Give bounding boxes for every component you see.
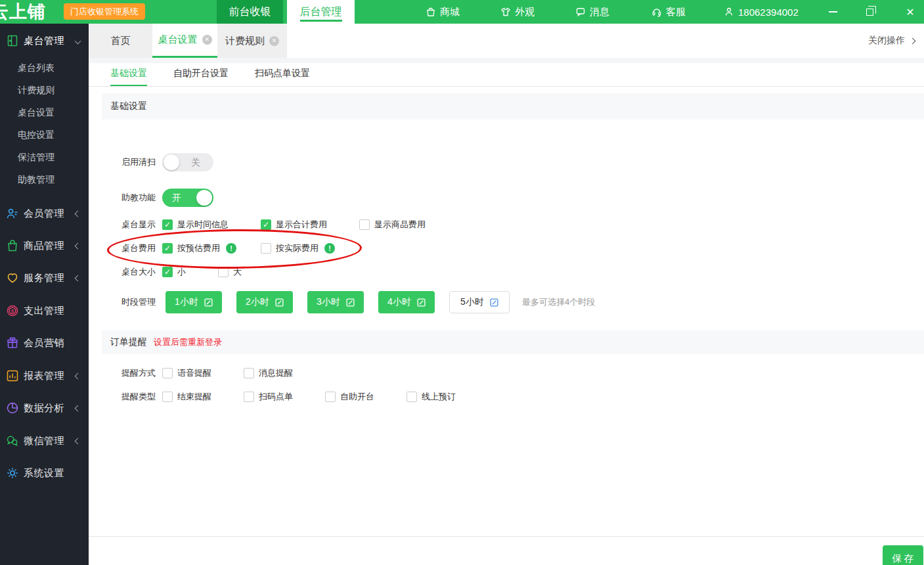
checkbox[interactable] [162, 243, 173, 254]
sidebar-subitem-table-list[interactable]: 桌台列表 [0, 56, 89, 79]
checkbox-size-large[interactable]: 大 [218, 266, 242, 278]
sidebar-item-data-analysis[interactable]: 数据分析 [0, 396, 89, 420]
topbar-mall-link[interactable]: 商城 [426, 0, 460, 24]
checkbox-message-reminder[interactable]: 消息提醒 [244, 367, 293, 379]
sidebar-item-system-settings[interactable]: 系统设置 [0, 461, 89, 485]
tab-close-icon[interactable]: ✕ [269, 36, 279, 46]
checkbox[interactable] [218, 267, 229, 277]
checkbox[interactable] [261, 243, 271, 254]
app-logo: 云上铺 [0, 0, 46, 24]
checkbox-estimated-fee[interactable]: 按预估费用 ! [162, 242, 236, 254]
sidebar-item-report-management[interactable]: 报表管理 [0, 364, 89, 388]
system-badge: 门店收银管理系统 [64, 3, 145, 20]
sidebar-item-label: 报表管理 [24, 370, 64, 382]
checkbox[interactable] [407, 392, 417, 402]
sidebar-subitem-electric-control[interactable]: 电控设置 [0, 124, 89, 146]
close-operations-button[interactable]: 关闭操作 [868, 24, 915, 58]
checkbox[interactable] [244, 368, 254, 378]
checkbox-online-booking[interactable]: 线上预订 [407, 391, 456, 403]
checkbox[interactable] [261, 219, 271, 230]
nav-back-office[interactable]: 后台管理 [287, 0, 355, 24]
row-label: 桌台显示 [121, 219, 156, 231]
slot-button-1h[interactable]: 1小时 [165, 291, 222, 313]
checkbox[interactable] [244, 392, 254, 402]
wechat-icon [6, 434, 19, 447]
topbar-support-link[interactable]: 客服 [651, 0, 686, 24]
checkbox-show-total-fee[interactable]: 显示合计费用 [261, 219, 327, 231]
sidebar-item-expense-management[interactable]: $ 支出管理 [0, 299, 89, 323]
sidebar-item-member-marketing[interactable]: 会员营销 [0, 331, 89, 355]
close-icon: ✕ [906, 6, 914, 18]
window-restore-button[interactable] [860, 0, 879, 24]
subtab-self-open-settings[interactable]: 自助开台设置 [173, 68, 229, 86]
sidebar-subitem-billing-rules[interactable]: 计费规则 [0, 79, 89, 101]
section-warning-note: 设置后需重新登录 [154, 336, 222, 348]
message-icon [575, 7, 586, 17]
appearance-icon [500, 7, 511, 17]
cleaning-toggle[interactable]: 关 [162, 153, 213, 171]
save-button[interactable]: 保存 [883, 545, 923, 565]
row-label: 时段管理 [121, 296, 156, 308]
checkbox-size-small[interactable]: 小 [162, 266, 186, 278]
slot-button-4h[interactable]: 4小时 [378, 291, 435, 313]
checkbox[interactable] [162, 392, 173, 402]
checkbox-voice-reminder[interactable]: 语音提醒 [162, 367, 211, 379]
checkbox[interactable] [162, 219, 173, 230]
tab-table-settings[interactable]: 桌台设置 ✕ [152, 24, 217, 58]
row-label: 提醒类型 [121, 391, 156, 403]
checkbox-label: 结束提醒 [177, 391, 211, 403]
checkbox[interactable] [359, 219, 370, 230]
minimize-icon [829, 11, 837, 12]
restore-icon [866, 9, 873, 16]
slot-button-2h[interactable]: 2小时 [236, 291, 293, 313]
info-icon[interactable]: ! [324, 243, 335, 254]
info-icon[interactable]: ! [226, 243, 236, 254]
sidebar-item-label: 数据分析 [24, 402, 64, 415]
tab-home[interactable]: 首页 [89, 24, 152, 58]
checkbox[interactable] [162, 267, 173, 277]
sidebar-item-service-management[interactable]: 服务管理 [0, 266, 89, 290]
checkbox[interactable] [325, 392, 336, 402]
subtab-basic-settings[interactable]: 基础设置 [110, 68, 147, 86]
subtab-scan-order-settings[interactable]: 扫码点单设置 [255, 68, 310, 86]
service-icon [6, 271, 19, 284]
support-label: 客服 [666, 6, 686, 18]
topbar-appearance-link[interactable]: 外观 [500, 0, 535, 24]
checkbox[interactable] [162, 368, 173, 378]
tab-billing-rules[interactable]: 计费规则 ✕ [217, 24, 287, 58]
sidebar-subitem-assistant[interactable]: 助教管理 [0, 168, 89, 191]
sidebar-item-table-management[interactable]: 桌台管理 [0, 29, 89, 53]
checkbox-show-goods-fee[interactable]: 显示商品费用 [359, 219, 426, 231]
sidebar-subitem-table-settings[interactable]: 桌台设置 [0, 101, 89, 124]
checkbox-self-open-table[interactable]: 自助开台 [325, 391, 374, 403]
sidebar-item-goods-management[interactable]: 商品管理 [0, 234, 89, 258]
topbar: 云上铺 门店收银管理系统 前台收银 后台管理 商城 外观 消息 客服 18062… [0, 0, 924, 24]
row-reminder-type: 提醒类型 结束提醒 扫码点单 自助开台 线上预订 [89, 388, 924, 406]
chevron-left-icon [75, 210, 81, 217]
window-close-button[interactable]: ✕ [901, 0, 919, 24]
sidebar-subitem-cleaning[interactable]: 保洁管理 [0, 146, 89, 168]
sidebar-item-member-management[interactable]: 会员管理 [0, 202, 89, 225]
checkbox-scan-order[interactable]: 扫码点单 [244, 391, 293, 403]
nav-front-cashier[interactable]: 前台收银 [217, 0, 283, 24]
user-icon [724, 7, 734, 17]
sidebar-item-label: 微信管理 [24, 435, 64, 447]
topbar-account[interactable]: 18062394002 [724, 0, 799, 24]
divider-band [89, 58, 924, 63]
nav-back-office-label: 后台管理 [300, 6, 342, 17]
slot-label: 2小时 [246, 296, 269, 308]
tab-close-icon[interactable]: ✕ [202, 35, 212, 45]
window-minimize-button[interactable] [824, 0, 842, 24]
checkbox-show-time-info[interactable]: 显示时间信息 [162, 219, 229, 231]
topbar-message-link[interactable]: 消息 [575, 0, 609, 24]
sidebar-item-wechat-management[interactable]: 微信管理 [0, 429, 89, 453]
checkbox-actual-fee[interactable]: 按实际费用 ! [261, 242, 335, 254]
row-label: 提醒方式 [121, 367, 156, 379]
slot-button-3h[interactable]: 3小时 [307, 291, 364, 313]
assistant-toggle[interactable]: 开 [162, 189, 213, 207]
checkbox-label: 线上预订 [422, 391, 456, 403]
main-content: 首页 桌台设置 ✕ 计费规则 ✕ 关闭操作 基础设置 自助开台设置 扫码点单设置… [89, 24, 924, 565]
slot-button-5h[interactable]: 5小时 [449, 291, 510, 313]
checkbox-end-reminder[interactable]: 结束提醒 [162, 391, 211, 403]
checkbox-label: 显示合计费用 [276, 219, 327, 231]
